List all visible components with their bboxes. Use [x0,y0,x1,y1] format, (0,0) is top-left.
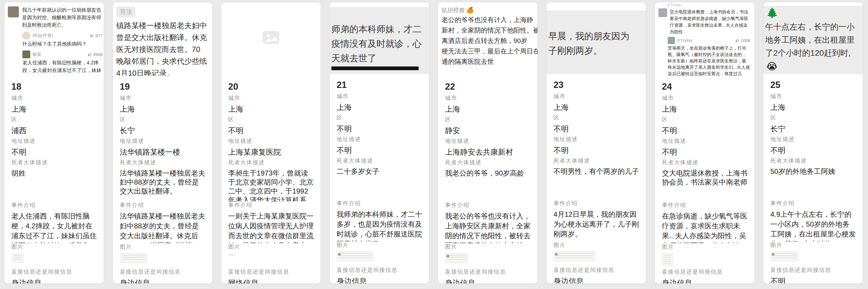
field-label-address: 地址描述 [228,137,314,145]
emoji: 🌲 [766,7,863,19]
image-thumbnail[interactable] [120,253,147,263]
image-thumbnail[interactable] [228,254,235,256]
field-value-address: 不明 [770,145,856,155]
field-address: 地址描述 不明 [662,137,747,159]
preview-text-line: 新村，全家阴的情况下他阳性。被 [441,25,537,36]
card-number: 25 [770,80,856,93]
preview-text-line: 医无对接医院而去世。70 [116,43,212,56]
field-value-event: 在急诊病逝，缺少氧气等医疗资源，哀求医生求职未果...夫人亦感染为阳性，吴老师苦… [662,211,747,243]
field-value-district: 不明 [662,125,747,136]
preview-text-line: 疫情没有及时就诊，心 [331,37,429,51]
preview-text-line: 晚敲邻居门，央求代少些纸 [116,56,212,67]
preview-text-line: 了2个小时的120赶到时, [765,46,863,60]
image-thumbnail[interactable] [554,251,596,261]
field-value-direct: 身边信息 [662,278,747,284]
like-count: 977 [90,33,103,38]
field-address: 地址描述 上海某康复医院 [228,137,314,159]
field-label-image: 图片 [337,242,422,249]
case-card[interactable]: 置顶镇路某楼一楼独居老夫妇中曾是交大出版社翻译。休克医无对接医院而去世。70晚敲… [113,2,212,284]
card-number: 19 [120,81,205,94]
field-district: 区 静安 [445,116,530,137]
field-label-deceased: 死者大体描述 [445,159,530,166]
field-label-address: 地址描述 [445,137,530,145]
field-value-event: 老人住浦西，有陈旧性脑梗，4.2摔跤，女儿被封在浦东过不了江，妹妹们虽住浦西但也… [11,211,97,243]
field-label-district: 区 [11,116,97,123]
field-address: 地址描述 不明 [337,136,422,157]
field-label-city: 城市 [11,94,97,102]
avatar [22,32,30,39]
field-city: 城市 上海 [228,94,314,116]
preview-username: 鼠甜橙酱 🍊 [441,6,537,14]
field-label-event: 事件介绍 [228,202,314,209]
commenter-name: ETHAN [677,38,733,43]
case-card[interactable]: 20 城市 上海 区 不明 地址描述 上海某康复医院 死者大体描述 李昶生于19… [221,2,321,284]
field-label-event: 事件介绍 [445,202,530,209]
field-value-district: 不明 [228,125,314,136]
field-label-address: 地址描述 [554,136,639,143]
field-value-district: 浦西 [11,125,97,136]
field-label-deceased: 死者大体描述 [770,157,856,165]
case-card[interactable]: 师弟的本科师妹，才二疫情没有及时就诊，心天就去世了 21 城市 上海 区 不明 … [330,2,429,284]
field-deceased: 死者大体描述 胡姓 [11,159,97,202]
field-address: 地址描述 不明 [11,137,97,159]
source-screenshot: 师弟的本科师妹，才二疫情没有及时就诊，心天就去世了 [330,2,429,74]
field-value-direct: 身边信息 [11,278,97,284]
case-card[interactable]: 早晨，我的朋友因为子刚刚两岁。 23 城市 上海 区 不明 地址描述 不明 死者… [547,2,646,284]
field-label-district: 区 [337,114,422,121]
preview-top-strip [330,2,429,7]
preview-text-line: 子刚刚两岁。 [548,43,646,58]
field-label-image: 图片 [11,243,97,251]
field-label-address: 地址描述 [770,136,856,143]
field-value-address: 不明 [11,147,97,157]
field-value-direct: 身边信息 [554,276,639,284]
field-value-deceased: 不明男性，有个两岁的儿子 [554,167,639,176]
redaction-bar [331,67,418,70]
field-district: 区 长宁 [120,116,205,137]
case-card[interactable]: ETHAN交大电院退休教授，上海书协会员，书法家吴中南老师在急诊病逝，缺少氧气等… [655,2,754,284]
preview-top-strip [763,2,863,6]
field-label-event: 事件介绍 [770,200,856,207]
field-label-image: 图片 [662,243,747,251]
image-thumbnail[interactable] [662,253,673,266]
preview-post: 交大电院退休教授，上海书协会员，书法家吴中南老师在急诊病逝，缺少氧气等医疗资源，… [655,8,754,35]
field-direct: 直接信息还是间接信息 身边信息 [445,268,530,284]
field-image: 图片 [228,243,314,268]
image-thumbnail[interactable] [770,251,799,261]
field-value-deceased: 胡姓 [11,169,97,178]
card-fields: 18 城市 上海 区 浦西 地址描述 不明 死者大体描述 胡姓 事件介绍 老人住… [4,76,104,284]
field-city: 城市 上海 [554,93,639,114]
field-label-direct: 直接信息还是间接信息 [445,268,530,276]
image-thumbnail[interactable] [11,253,24,263]
field-label-direct: 直接信息还是间接信息 [662,268,747,276]
field-value-address: 不明 [337,145,422,155]
field-city: 城市 上海 [770,93,856,114]
preview-post-text: 交大电院退休教授，上海书协会员，书法家吴中南老师在急诊病逝，缺少氧气等医疗资源，… [670,8,751,35]
source-screenshot: 🌲午十点左右，长宁的一小地务工阿姨，在出租屋里了2个小时的120赶到时,😭 [763,2,863,74]
field-city: 城市 上海 [120,94,205,116]
field-city: 城市 上海 [11,94,97,116]
field-label-direct: 直接信息还是间接信息 [337,266,422,274]
field-label-city: 城市 [228,94,314,102]
preview-post-text: 我几十年前就认识的一位胡姓朋友也是因为封控、核酸检测等原因没有得到及时救治而死亡… [22,6,104,29]
field-label-image: 图片 [554,242,639,249]
card-fields: 25 城市 上海 区 长宁 地址描述 不明 死者大体描述 50岁的外地务工阿姨 … [763,74,863,284]
preview-text-line: 曾是交大出版社翻译。休克 [116,32,212,43]
field-value-city: 上海 [554,102,639,113]
field-label-deceased: 死者大体描述 [337,157,422,165]
field-direct: 直接信息还是间接信息 不明 [770,266,856,284]
case-card[interactable]: 我几十年前就认识的一位胡姓朋友也是因为封控、核酸检测等原因没有得到及时救治而死亡… [4,2,104,284]
field-direct: 直接信息还是间接信息 身边信息 [120,268,205,284]
preview-reply-text: 老人住浦西，有陈旧性脑梗，4.2摔跤，女儿被封在浦东过不了江，妹妹们虽住浦西但也… [22,59,103,76]
field-image: 图片 [445,243,530,268]
field-image: 图片 [662,243,747,268]
field-label-event: 事件介绍 [554,200,639,207]
field-label-image: 图片 [120,243,205,251]
image-thumbnail[interactable] [337,251,374,261]
case-card[interactable]: 鼠甜橙酱 🍊老公的爷爷也没有计入，上海静新村，全家阴的情况下他阳性。被离酒店后差… [438,2,537,284]
image-thumbnail[interactable] [445,253,468,263]
case-card[interactable]: 🌲午十点左右，长宁的一小地务工阿姨，在出租屋里了2个小时的120赶到时,😭 25… [763,2,863,284]
preview-reply-text: 什么时候？生了其他疾病吗？ [22,40,103,48]
thumbs-up-icon [88,52,92,57]
preview-post: 我几十年前就认识的一位胡姓朋友也是因为封控、核酸检测等原因没有得到及时救治而死亡… [4,4,104,29]
field-city: 城市 上海 [445,94,530,116]
